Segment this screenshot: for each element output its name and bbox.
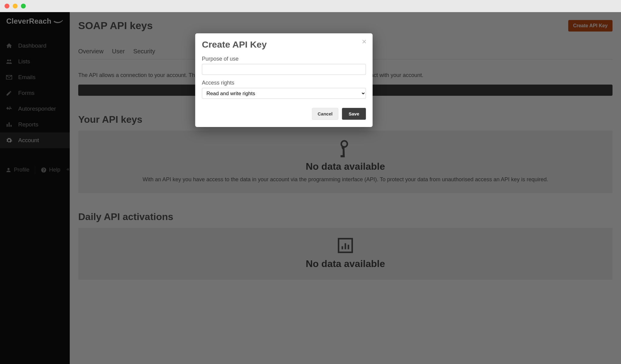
modal-close-button[interactable]: × [362, 38, 367, 45]
modal-title: Create API Key [202, 39, 366, 50]
save-button[interactable]: Save [342, 108, 366, 120]
access-rights-label: Access rights [202, 80, 366, 86]
purpose-label: Purpose of use [202, 56, 366, 62]
window-titlebar [0, 0, 621, 12]
modal-actions: Cancel Save [202, 108, 366, 120]
window-close-dot[interactable] [5, 4, 9, 8]
window-maximize-dot[interactable] [21, 4, 26, 8]
cancel-button[interactable]: Cancel [312, 108, 338, 120]
app-frame: CleverReach Dashboard Lists Emails Forms [0, 12, 621, 364]
close-icon: × [362, 37, 367, 46]
purpose-input[interactable] [202, 64, 366, 75]
access-rights-select[interactable]: Read and write rights [202, 88, 366, 99]
create-api-key-modal: × Create API Key Purpose of use Access r… [195, 33, 373, 127]
window-minimize-dot[interactable] [13, 4, 18, 8]
